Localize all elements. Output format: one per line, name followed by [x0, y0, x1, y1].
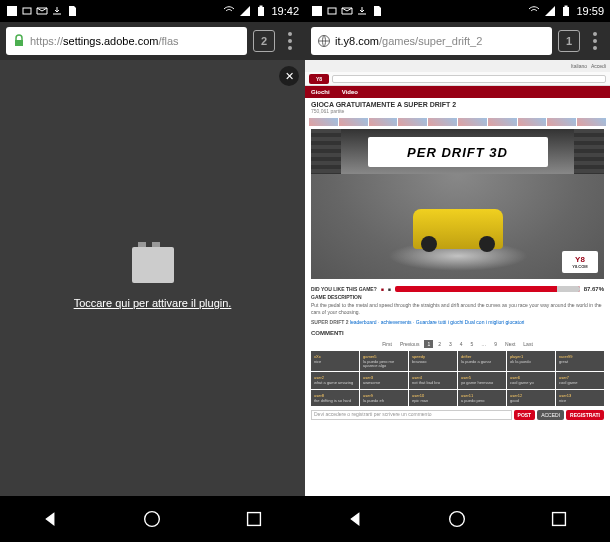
comment-cell[interactable]: user4not that bad bro [409, 372, 457, 388]
thumb[interactable] [309, 118, 338, 126]
recent-button[interactable] [539, 499, 579, 539]
lang-link[interactable]: Italiano [571, 63, 587, 69]
comment-cell[interactable]: gamer5la puedo pero me aparece algo [360, 351, 408, 372]
comment-cell[interactable]: racer99great [556, 351, 604, 372]
like-no[interactable]: ■ [388, 286, 391, 292]
login-button[interactable]: ACCEDI [537, 410, 564, 420]
game-car [413, 209, 503, 249]
comment-cell[interactable]: user13nice [556, 390, 604, 406]
like-percent: 87.67% [584, 286, 604, 292]
url-bar[interactable]: https://settings.adobe.com/flas [6, 27, 247, 55]
comment-cell[interactable]: user8the drifting is so hard [311, 390, 359, 406]
url-text: it.y8.com/games/super_drift_2 [335, 35, 482, 47]
plugin-activate-link[interactable]: Toccare qui per attivare il plugin. [74, 297, 232, 309]
comment-cell[interactable]: user12good [507, 390, 555, 406]
comment-cell[interactable]: user5yo game hermano [458, 372, 506, 388]
page-9[interactable]: 9 [491, 340, 500, 348]
comment-cell[interactable]: user3awesome [360, 372, 408, 388]
post-button[interactable]: POST [514, 410, 536, 420]
url-text: https://settings.adobe.com/flas [30, 35, 179, 47]
thumb[interactable] [577, 118, 606, 126]
page-prev[interactable]: Previous [397, 340, 422, 348]
svg-rect-3 [260, 6, 263, 8]
comment-input[interactable]: Devi accedere o registrarti per scrivere… [311, 410, 512, 420]
thumb[interactable] [488, 118, 517, 126]
tab-count-button[interactable]: 2 [253, 30, 275, 52]
lock-icon [12, 34, 26, 48]
comment-cell[interactable]: player1ok la puedo [507, 351, 555, 372]
thumb[interactable] [547, 118, 576, 126]
page-title: GIOCA GRATUITAMENTE A SUPER DRIFT 2 [311, 101, 604, 108]
comment-cell[interactable]: user11a puedo pero [458, 390, 506, 406]
svg-rect-4 [15, 40, 23, 46]
tab-games[interactable]: Giochi [305, 89, 336, 95]
comment-grid: xXxnicegamer5la puedo pero me aparece al… [311, 350, 604, 408]
comment-cell[interactable]: drifterla puedo a ganar [458, 351, 506, 372]
mail-icon [36, 5, 48, 17]
page-next[interactable]: Next [502, 340, 518, 348]
svg-rect-1 [23, 8, 31, 14]
game-description: Put the pedal to the metal and speed thr… [311, 300, 604, 317]
status-bar: 19:59 [305, 0, 610, 22]
site-top-bar: Italiano Accedi [305, 60, 610, 72]
back-button[interactable] [31, 499, 71, 539]
svg-rect-0 [7, 6, 17, 16]
comment-cell[interactable]: user6cool game yo [507, 372, 555, 388]
thumb[interactable] [339, 118, 368, 126]
recent-button[interactable] [234, 499, 274, 539]
nav-tabs: Giochi Video [305, 86, 610, 98]
thumb[interactable] [369, 118, 398, 126]
plugin-icon[interactable] [132, 247, 174, 283]
login-link[interactable]: Accedi [591, 63, 606, 69]
game-title-banner: PER DRIFT 3D [368, 137, 548, 167]
status-time: 19:42 [271, 5, 299, 17]
thumb[interactable] [428, 118, 457, 126]
home-button[interactable] [437, 499, 477, 539]
notification-icon [326, 5, 338, 17]
register-button[interactable]: REGISTRATI [566, 410, 604, 420]
nav-bar [305, 496, 610, 542]
comment-form: Devi accedere o registrarti per scrivere… [311, 407, 604, 423]
comment-cell[interactable]: user9la puedo eh [360, 390, 408, 406]
y8-logo[interactable]: Y8 [309, 74, 329, 84]
comment-cell[interactable]: speedybravooo [409, 351, 457, 372]
page-4[interactable]: 4 [457, 340, 466, 348]
svg-point-12 [450, 512, 465, 527]
signal-icon [239, 5, 251, 17]
page-first[interactable]: First [379, 340, 395, 348]
game-canvas[interactable]: PER DRIFT 3D Y8Y8.COM [311, 129, 604, 279]
comment-cell[interactable]: xXxnice [311, 351, 359, 372]
menu-button[interactable] [281, 30, 299, 52]
tab-videos[interactable]: Video [336, 89, 364, 95]
comment-cell[interactable]: user7cool game [556, 372, 604, 388]
mail-icon [341, 5, 353, 17]
like-yes[interactable]: ■ [381, 286, 384, 292]
tab-count-button[interactable]: 1 [558, 30, 580, 52]
svg-rect-10 [565, 6, 568, 8]
series-links[interactable]: leaderboard · achievements · Guardare tu… [350, 318, 525, 326]
thumb[interactable] [398, 118, 427, 126]
svg-rect-7 [312, 6, 322, 16]
home-button[interactable] [132, 499, 172, 539]
search-input[interactable] [332, 75, 606, 83]
series-label: SUPER DRIFT 2 [311, 319, 349, 325]
back-button[interactable] [336, 499, 376, 539]
sd-icon [371, 5, 383, 17]
page-1[interactable]: 1 [424, 340, 433, 348]
url-bar[interactable]: it.y8.com/games/super_drift_2 [311, 27, 552, 55]
page-3[interactable]: 3 [446, 340, 455, 348]
thumb[interactable] [518, 118, 547, 126]
page-2[interactable]: 2 [435, 340, 444, 348]
page-5[interactable]: 5 [468, 340, 477, 348]
app-icon [6, 5, 18, 17]
thumb[interactable] [458, 118, 487, 126]
menu-button[interactable] [586, 30, 604, 52]
page-content: ✕ Toccare qui per attivare il plugin. [0, 60, 305, 496]
status-bar: 19:42 [0, 0, 305, 22]
close-icon[interactable]: ✕ [279, 66, 299, 86]
comment-cell[interactable]: user10epic man [409, 390, 457, 406]
svg-rect-8 [328, 8, 336, 14]
page-last[interactable]: Last [520, 340, 535, 348]
comment-cell[interactable]: user2what a game amazing [311, 372, 359, 388]
svg-point-5 [145, 512, 160, 527]
